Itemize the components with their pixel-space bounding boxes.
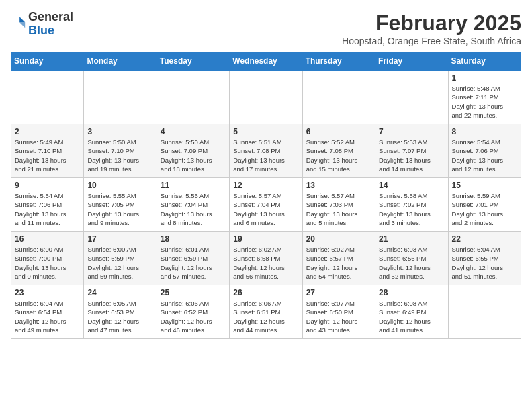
day-number: 11 bbox=[161, 181, 226, 190]
day-info: Sunrise: 6:07 AM Sunset: 6:50 PM Dayligh… bbox=[306, 299, 371, 334]
logo-text: General Blue bbox=[28, 11, 73, 38]
day-cell bbox=[375, 71, 448, 124]
header-tuesday: Tuesday bbox=[157, 52, 229, 71]
svg-marker-1 bbox=[19, 22, 25, 28]
day-number: 7 bbox=[379, 127, 444, 136]
header-row: SundayMondayTuesdayWednesdayThursdayFrid… bbox=[11, 52, 521, 71]
day-cell: 7Sunrise: 5:53 AM Sunset: 7:07 PM Daylig… bbox=[375, 124, 448, 178]
day-cell bbox=[84, 71, 157, 124]
day-number: 27 bbox=[306, 288, 371, 298]
day-number: 15 bbox=[452, 181, 517, 190]
day-number: 25 bbox=[161, 288, 226, 298]
day-cell: 8Sunrise: 5:54 AM Sunset: 7:06 PM Daylig… bbox=[448, 124, 521, 178]
day-cell: 12Sunrise: 5:57 AM Sunset: 7:04 PM Dayli… bbox=[230, 178, 302, 232]
day-info: Sunrise: 6:01 AM Sunset: 6:59 PM Dayligh… bbox=[161, 245, 226, 281]
day-number: 14 bbox=[379, 181, 444, 190]
day-cell: 2Sunrise: 5:49 AM Sunset: 7:10 PM Daylig… bbox=[11, 124, 84, 178]
week-row-0: 1Sunrise: 5:48 AM Sunset: 7:11 PM Daylig… bbox=[11, 71, 521, 124]
day-info: Sunrise: 5:52 AM Sunset: 7:08 PM Dayligh… bbox=[306, 138, 371, 173]
week-row-1: 2Sunrise: 5:49 AM Sunset: 7:10 PM Daylig… bbox=[11, 124, 521, 178]
day-number: 5 bbox=[233, 127, 298, 136]
day-number: 17 bbox=[87, 234, 152, 244]
day-number: 16 bbox=[15, 234, 80, 244]
header-thursday: Thursday bbox=[302, 52, 375, 71]
day-cell bbox=[448, 285, 521, 339]
day-info: Sunrise: 6:05 AM Sunset: 6:53 PM Dayligh… bbox=[87, 299, 152, 334]
header-saturday: Saturday bbox=[448, 52, 521, 71]
day-cell bbox=[302, 71, 375, 124]
day-cell bbox=[11, 71, 84, 124]
day-cell: 17Sunrise: 6:00 AM Sunset: 6:59 PM Dayli… bbox=[84, 232, 157, 285]
logo-general: General bbox=[28, 10, 73, 24]
day-number: 2 bbox=[15, 127, 80, 136]
day-info: Sunrise: 6:02 AM Sunset: 6:58 PM Dayligh… bbox=[233, 245, 298, 281]
day-cell: 19Sunrise: 6:02 AM Sunset: 6:58 PM Dayli… bbox=[230, 232, 302, 285]
header-sunday: Sunday bbox=[11, 52, 84, 71]
day-number: 12 bbox=[233, 181, 298, 190]
calendar-body: 1Sunrise: 5:48 AM Sunset: 7:11 PM Daylig… bbox=[11, 71, 521, 339]
day-info: Sunrise: 5:53 AM Sunset: 7:07 PM Dayligh… bbox=[379, 138, 444, 173]
header-friday: Friday bbox=[375, 52, 448, 71]
day-cell: 28Sunrise: 6:08 AM Sunset: 6:49 PM Dayli… bbox=[375, 285, 448, 339]
svg-marker-0 bbox=[19, 17, 25, 22]
day-info: Sunrise: 5:57 AM Sunset: 7:04 PM Dayligh… bbox=[233, 191, 298, 227]
logo: General Blue bbox=[11, 11, 73, 38]
week-row-3: 16Sunrise: 6:00 AM Sunset: 7:00 PM Dayli… bbox=[11, 232, 521, 285]
day-cell: 23Sunrise: 6:04 AM Sunset: 6:54 PM Dayli… bbox=[11, 285, 84, 339]
day-cell: 14Sunrise: 5:58 AM Sunset: 7:02 PM Dayli… bbox=[375, 178, 448, 232]
day-cell: 27Sunrise: 6:07 AM Sunset: 6:50 PM Dayli… bbox=[302, 285, 375, 339]
day-cell: 24Sunrise: 6:05 AM Sunset: 6:53 PM Dayli… bbox=[84, 285, 157, 339]
day-info: Sunrise: 6:08 AM Sunset: 6:49 PM Dayligh… bbox=[379, 299, 444, 334]
day-info: Sunrise: 6:00 AM Sunset: 6:59 PM Dayligh… bbox=[87, 245, 152, 281]
calendar-header: SundayMondayTuesdayWednesdayThursdayFrid… bbox=[11, 52, 521, 71]
day-number: 28 bbox=[379, 288, 444, 298]
day-info: Sunrise: 6:04 AM Sunset: 6:54 PM Dayligh… bbox=[15, 299, 80, 334]
day-cell: 16Sunrise: 6:00 AM Sunset: 7:00 PM Dayli… bbox=[11, 232, 84, 285]
day-number: 9 bbox=[15, 181, 80, 190]
week-row-4: 23Sunrise: 6:04 AM Sunset: 6:54 PM Dayli… bbox=[11, 285, 521, 339]
day-number: 18 bbox=[161, 234, 226, 244]
day-cell: 3Sunrise: 5:50 AM Sunset: 7:10 PM Daylig… bbox=[84, 124, 157, 178]
day-cell bbox=[230, 71, 302, 124]
day-number: 6 bbox=[306, 127, 371, 136]
day-number: 26 bbox=[233, 288, 298, 298]
day-cell: 6Sunrise: 5:52 AM Sunset: 7:08 PM Daylig… bbox=[302, 124, 375, 178]
day-info: Sunrise: 6:00 AM Sunset: 7:00 PM Dayligh… bbox=[15, 245, 80, 281]
day-info: Sunrise: 5:57 AM Sunset: 7:03 PM Dayligh… bbox=[306, 191, 371, 227]
day-info: Sunrise: 5:56 AM Sunset: 7:04 PM Dayligh… bbox=[161, 191, 226, 227]
day-number: 8 bbox=[452, 127, 517, 136]
day-info: Sunrise: 5:54 AM Sunset: 7:06 PM Dayligh… bbox=[452, 138, 517, 173]
location: Hoopstad, Orange Free State, South Afric… bbox=[342, 36, 521, 46]
calendar-table: SundayMondayTuesdayWednesdayThursdayFrid… bbox=[11, 52, 521, 339]
day-cell: 18Sunrise: 6:01 AM Sunset: 6:59 PM Dayli… bbox=[157, 232, 229, 285]
logo-icon bbox=[12, 15, 28, 31]
day-cell: 5Sunrise: 5:51 AM Sunset: 7:08 PM Daylig… bbox=[230, 124, 302, 178]
day-cell: 10Sunrise: 5:55 AM Sunset: 7:05 PM Dayli… bbox=[84, 178, 157, 232]
day-info: Sunrise: 5:50 AM Sunset: 7:10 PM Dayligh… bbox=[87, 138, 152, 173]
day-info: Sunrise: 5:48 AM Sunset: 7:11 PM Dayligh… bbox=[452, 84, 517, 120]
day-info: Sunrise: 5:49 AM Sunset: 7:10 PM Dayligh… bbox=[15, 138, 80, 173]
day-cell: 11Sunrise: 5:56 AM Sunset: 7:04 PM Dayli… bbox=[157, 178, 229, 232]
day-cell: 26Sunrise: 6:06 AM Sunset: 6:51 PM Dayli… bbox=[230, 285, 302, 339]
day-info: Sunrise: 6:04 AM Sunset: 6:55 PM Dayligh… bbox=[452, 245, 517, 281]
day-number: 1 bbox=[452, 73, 517, 83]
day-info: Sunrise: 5:58 AM Sunset: 7:02 PM Dayligh… bbox=[379, 191, 444, 227]
month-title: February 2025 bbox=[342, 11, 521, 36]
day-number: 22 bbox=[452, 234, 517, 244]
day-info: Sunrise: 5:59 AM Sunset: 7:01 PM Dayligh… bbox=[452, 191, 517, 227]
day-number: 20 bbox=[306, 234, 371, 244]
day-number: 21 bbox=[379, 234, 444, 244]
day-cell: 20Sunrise: 6:02 AM Sunset: 6:57 PM Dayli… bbox=[302, 232, 375, 285]
day-number: 10 bbox=[87, 181, 152, 190]
day-info: Sunrise: 5:55 AM Sunset: 7:05 PM Dayligh… bbox=[87, 191, 152, 227]
day-cell: 15Sunrise: 5:59 AM Sunset: 7:01 PM Dayli… bbox=[448, 178, 521, 232]
day-info: Sunrise: 6:06 AM Sunset: 6:52 PM Dayligh… bbox=[161, 299, 226, 334]
day-info: Sunrise: 6:03 AM Sunset: 6:56 PM Dayligh… bbox=[379, 245, 444, 281]
day-cell: 22Sunrise: 6:04 AM Sunset: 6:55 PM Dayli… bbox=[448, 232, 521, 285]
page-header: General Blue February 2025 Hoopstad, Ora… bbox=[11, 11, 521, 46]
day-number: 3 bbox=[87, 127, 152, 136]
day-info: Sunrise: 5:54 AM Sunset: 7:06 PM Dayligh… bbox=[15, 191, 80, 227]
header-monday: Monday bbox=[84, 52, 157, 71]
week-row-2: 9Sunrise: 5:54 AM Sunset: 7:06 PM Daylig… bbox=[11, 178, 521, 232]
day-number: 13 bbox=[306, 181, 371, 190]
